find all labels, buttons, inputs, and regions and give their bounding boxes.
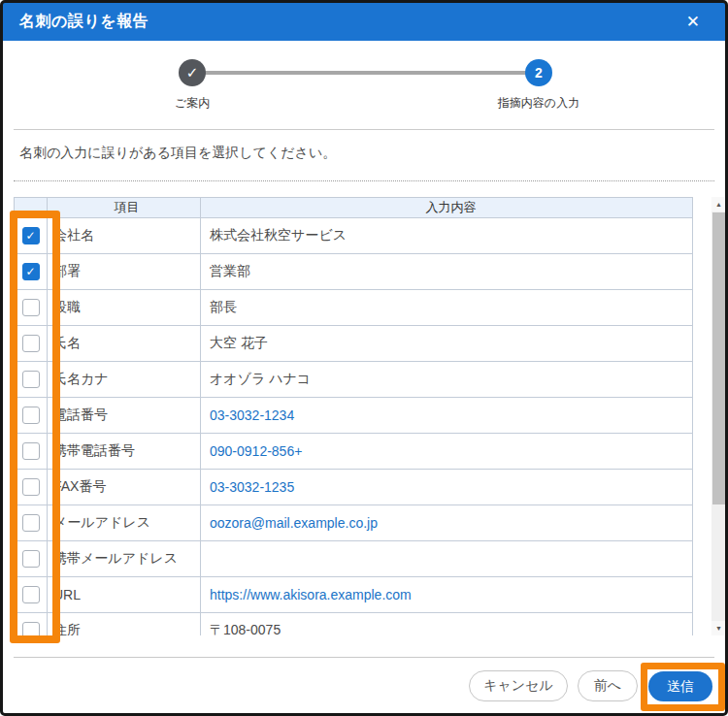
row-checkbox[interactable]: [22, 299, 40, 316]
back-button[interactable]: 前へ: [578, 670, 638, 701]
row-item-label: 携帯電話番号: [48, 434, 201, 470]
checkbox-cell: [15, 326, 48, 362]
submit-button[interactable]: 送信: [648, 671, 712, 701]
close-icon[interactable]: ✕: [680, 3, 706, 41]
checkbox-cell: [15, 541, 48, 577]
table-row: ✓部署営業部: [15, 254, 693, 290]
step-2-label: 指摘内容の入力: [471, 95, 607, 112]
row-checkbox[interactable]: [22, 586, 40, 603]
row-value-text: オオゾラ ハナコ: [210, 371, 311, 386]
table-row: メールアドレスoozora@mail.example.co.jp: [15, 505, 693, 541]
row-value-link[interactable]: 090-0912-856+: [210, 443, 302, 459]
row-value-text: 部長: [210, 299, 237, 314]
cancel-button[interactable]: キャンセル: [469, 670, 568, 701]
check-icon: ✓: [186, 64, 199, 81]
row-value-cell: oozora@mail.example.co.jp: [201, 505, 693, 541]
row-value-text: 株式会社秋空サービス: [210, 227, 347, 243]
row-value-cell: [201, 541, 693, 577]
row-item-label: メールアドレス: [48, 505, 201, 541]
row-value-cell: 部長: [201, 290, 693, 326]
header-checkbox-col: [15, 198, 48, 218]
dialog-title: 名刺の誤りを報告: [3, 12, 149, 32]
step-2-active-circle: 2: [525, 59, 552, 86]
row-value-text: 大空 花子: [210, 335, 268, 350]
footer-divider: [14, 657, 714, 658]
row-checkbox[interactable]: [22, 407, 40, 424]
checkbox-cell: [15, 470, 48, 505]
table-row: URLhttps://www.akisora.example.com: [15, 577, 693, 613]
checkbox-cell: [15, 362, 48, 398]
row-checkbox[interactable]: [22, 622, 40, 635]
table-body: ✓会社名株式会社秋空サービス✓部署営業部役職部長氏名大空 花子氏名カナオオゾラ …: [15, 218, 693, 636]
checkbox-cell: [15, 398, 48, 434]
table-row: FAX番号03-3032-1235: [15, 470, 693, 505]
row-checkbox-checked[interactable]: ✓: [22, 227, 40, 244]
row-item-label: 住所: [48, 613, 201, 636]
row-item-label: 部署: [48, 254, 201, 290]
table-row: ✓会社名株式会社秋空サービス: [15, 218, 693, 254]
checkbox-cell: [15, 290, 48, 326]
row-item-label: 役職: [48, 290, 201, 326]
table-header-row: 項目 入力内容: [15, 198, 693, 218]
dialog-titlebar: 名刺の誤りを報告 ✕: [3, 3, 725, 41]
row-checkbox[interactable]: [22, 371, 40, 388]
fields-table-container: 項目 入力内容 ✓会社名株式会社秋空サービス✓部署営業部役職部長氏名大空 花子氏…: [14, 197, 693, 635]
instruction-text: 名刺の入力に誤りがある項目を選択してください。: [19, 145, 336, 162]
table-row: 氏名カナオオゾラ ハナコ: [15, 362, 693, 398]
row-value-link[interactable]: https://www.akisora.example.com: [210, 587, 412, 602]
row-checkbox[interactable]: [22, 335, 40, 352]
table-row: 役職部長: [15, 290, 693, 326]
row-value-cell: 03-3032-1234: [201, 398, 693, 434]
scroll-up-icon[interactable]: ▲: [711, 197, 726, 212]
table-row: 氏名大空 花子: [15, 326, 693, 362]
row-value-cell: 03-3032-1235: [201, 470, 693, 505]
row-item-label: 会社名: [48, 218, 201, 254]
row-value-link[interactable]: 03-3032-1235: [210, 479, 294, 495]
checkbox-cell: [15, 434, 48, 470]
scrollbar-thumb[interactable]: [712, 212, 725, 504]
header-content-col: 入力内容: [201, 198, 693, 218]
row-value-text: 〒108-0075: [210, 622, 281, 635]
dotted-divider: [14, 180, 714, 181]
row-value-cell: 〒108-0075: [201, 613, 693, 636]
checkbox-cell: [15, 505, 48, 541]
row-value-text: 営業部: [210, 263, 250, 278]
row-value-link[interactable]: 03-3032-1234: [210, 407, 294, 423]
table-row: 携帯メールアドレス: [15, 541, 693, 577]
checkbox-cell: [15, 613, 48, 636]
row-value-cell: 大空 花子: [201, 326, 693, 362]
row-item-label: 電話番号: [48, 398, 201, 434]
stepper-connector: [192, 71, 539, 75]
row-item-label: URL: [48, 577, 201, 613]
row-checkbox[interactable]: [22, 514, 40, 532]
table-row: 住所〒108-0075: [15, 613, 693, 636]
row-value-cell: https://www.akisora.example.com: [201, 577, 693, 613]
row-item-label: 氏名: [48, 326, 201, 362]
row-value-cell: オオゾラ ハナコ: [201, 362, 693, 398]
row-value-cell: 090-0912-856+: [201, 434, 693, 470]
row-value-cell: 株式会社秋空サービス: [201, 218, 693, 254]
header-item-col: 項目: [48, 198, 201, 218]
table-row: 電話番号03-3032-1234: [15, 398, 693, 434]
fields-table: 項目 入力内容 ✓会社名株式会社秋空サービス✓部署営業部役職部長氏名大空 花子氏…: [14, 197, 693, 635]
table-scrollbar[interactable]: ▲ ▼: [711, 197, 726, 635]
checkbox-cell: [15, 577, 48, 613]
checkbox-cell: ✓: [15, 218, 48, 254]
table-row: 携帯電話番号090-0912-856+: [15, 434, 693, 470]
divider: [14, 129, 714, 130]
step-1-label: ご案内: [144, 95, 241, 112]
row-item-label: 携帯メールアドレス: [48, 541, 201, 577]
row-checkbox[interactable]: [22, 550, 40, 568]
row-item-label: 氏名カナ: [48, 362, 201, 398]
step-number: 2: [535, 65, 543, 81]
row-checkbox[interactable]: [22, 478, 40, 496]
step-1-done-circle: ✓: [179, 59, 206, 86]
row-value-cell: 営業部: [201, 254, 693, 290]
scroll-down-icon[interactable]: ▼: [711, 621, 726, 635]
row-item-label: FAX番号: [48, 470, 201, 505]
checkbox-cell: ✓: [15, 254, 48, 290]
row-checkbox-checked[interactable]: ✓: [22, 263, 40, 280]
row-value-link[interactable]: oozora@mail.example.co.jp: [210, 515, 378, 531]
row-checkbox[interactable]: [22, 442, 40, 460]
